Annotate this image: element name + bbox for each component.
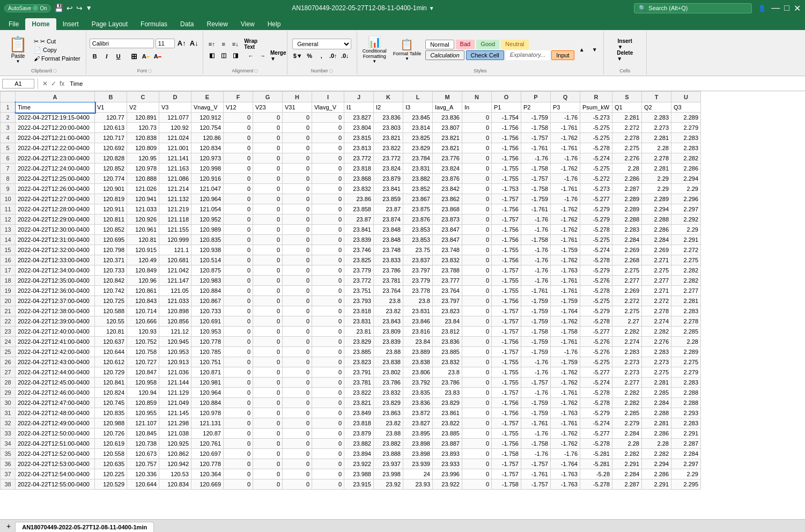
merge-center-button[interactable]: Merge ▼ [273,50,284,61]
cut-button[interactable]: ✂ ✂ Cut [32,38,83,46]
table-row[interactable]: 2.282 [642,327,671,337]
table-row[interactable]: -1.763 [551,469,580,479]
table-row[interactable]: 120.834 [159,479,191,490]
table-row[interactable]: 23.853 [403,225,433,235]
table-row[interactable]: 2.295 [671,479,701,490]
table-row[interactable]: 121.219 [159,204,191,215]
table-row[interactable]: 2.28 [642,439,671,449]
paste-dropdown-arrow[interactable]: ▼ [16,59,20,64]
table-row[interactable]: 2.281 [642,378,671,388]
table-row[interactable]: 120.95 [127,153,159,164]
header-cell-V12[interactable]: V12 [224,102,253,113]
table-row[interactable]: 120.588 [95,306,127,316]
table-row[interactable]: -1.759 [521,306,551,316]
table-row[interactable]: 2.273 [642,123,671,133]
autosave-toggle[interactable]: AutoSave On [4,4,51,12]
table-row[interactable]: 2.286 [671,164,701,174]
table-row[interactable]: 23.861 [433,408,462,418]
table-row[interactable]: 23.847 [433,225,462,235]
table-row[interactable]: -1.759 [521,408,551,418]
table-row[interactable]: 0 [312,133,344,143]
table-row[interactable]: 23.777 [433,276,462,286]
add-sheet-button[interactable]: + [2,520,15,529]
table-row[interactable]: 120.727 [127,357,159,367]
dropdown-arrow[interactable]: ▼ [429,5,434,11]
table-row[interactable]: 120.912 [191,113,224,123]
table-row[interactable]: 120.644 [127,479,159,490]
table-row[interactable]: -1.76 [521,449,551,459]
table-row[interactable]: 23.784 [403,153,433,164]
table-row[interactable]: 2.293 [671,408,701,418]
table-row[interactable]: 0 [253,449,283,459]
table-row[interactable]: 121.12 [159,327,191,337]
table-row[interactable]: -1.76 [521,225,551,235]
table-row[interactable]: 0 [253,133,283,143]
table-row[interactable]: -1.755 [492,357,521,367]
table-row[interactable]: 23.827 [403,418,433,428]
table-row[interactable]: 23.87 [374,204,403,215]
table-row[interactable]: 120.884 [191,398,224,408]
header-cell-Time[interactable]: Time [16,102,95,113]
style-normal[interactable]: Normal [425,40,454,49]
table-row[interactable]: 120.828 [95,153,127,164]
table-row[interactable]: -5.272 [580,174,612,184]
table-row[interactable]: -1.755 [492,428,521,439]
table-row[interactable]: -5.278 [580,225,612,235]
header-cell-Psum_kW[interactable]: Psum_kW [580,102,612,113]
table-row[interactable]: 2022-04-22T12:33:00-0400 [16,255,95,265]
table-row[interactable]: 2.273 [642,357,671,367]
table-row[interactable]: 0 [462,133,492,143]
col-header-S[interactable]: S [612,92,642,102]
table-row[interactable]: 120.745 [95,398,127,408]
table-row[interactable]: -5.274 [580,245,612,255]
table-row[interactable]: 23.839 [374,337,403,347]
table-row[interactable]: 23.8 [403,296,433,306]
table-row[interactable]: 120.785 [191,347,224,357]
table-row[interactable]: 23.823 [433,306,462,316]
tab-data[interactable]: Data [174,18,200,30]
table-row[interactable]: -1.762 [551,439,580,449]
table-row[interactable]: 23.86 [344,194,374,204]
tab-page-layout[interactable]: Page Layout [85,18,134,30]
table-row[interactable]: -1.756 [492,255,521,265]
table-row[interactable]: 23.8 [374,296,403,306]
table-row[interactable]: 121.026 [127,184,159,194]
table-row[interactable]: 0 [283,143,312,153]
table-row[interactable]: 0 [462,204,492,215]
table-row[interactable]: 23.937 [374,459,403,469]
table-row[interactable]: 0 [224,184,253,194]
table-row[interactable]: 23.859 [374,194,403,204]
table-row[interactable]: 0 [312,418,344,428]
table-row[interactable]: -1.76 [551,194,580,204]
table-row[interactable]: -1.758 [521,327,551,337]
table-row[interactable]: 23.858 [344,204,374,215]
table-row[interactable]: 0 [462,245,492,255]
table-row[interactable]: -5.279 [580,408,612,418]
table-row[interactable]: 0 [462,235,492,245]
table-row[interactable]: 0 [283,449,312,459]
table-row[interactable]: 0 [224,133,253,143]
table-row[interactable]: -1.76 [521,153,551,164]
table-row[interactable]: 0 [253,235,283,245]
header-cell-P1[interactable]: P1 [492,102,521,113]
table-row[interactable]: 2022-04-22T12:20:00-0400 [16,123,95,133]
table-row[interactable]: 2.272 [671,245,701,255]
table-row[interactable]: -1.761 [551,337,580,347]
spreadsheet-container[interactable]: A B C D E F G H I J K L M N O P Q R S T [0,91,805,529]
sheet-tab-1[interactable]: AN18070449-2022-05-27T12-08-11-0400-1min [15,522,154,529]
table-row[interactable]: 0 [312,398,344,408]
header-cell-Iavg_A[interactable]: Iavg_A [433,102,462,113]
table-row[interactable]: 0 [462,265,492,276]
table-row[interactable]: -1.761 [521,469,551,479]
table-row[interactable]: 23.845 [403,113,433,123]
table-row[interactable]: 120.842 [95,276,127,286]
table-row[interactable]: -1.759 [551,296,580,306]
table-row[interactable]: 121.077 [159,113,191,123]
table-row[interactable]: 120.81 [127,235,159,245]
table-row[interactable]: -1.758 [492,479,521,490]
table-row[interactable]: 0 [462,316,492,327]
table-row[interactable]: 120.729 [95,367,127,378]
table-row[interactable]: 2.275 [612,265,642,276]
style-good[interactable]: Good [476,40,499,49]
table-row[interactable]: -1.759 [521,337,551,347]
